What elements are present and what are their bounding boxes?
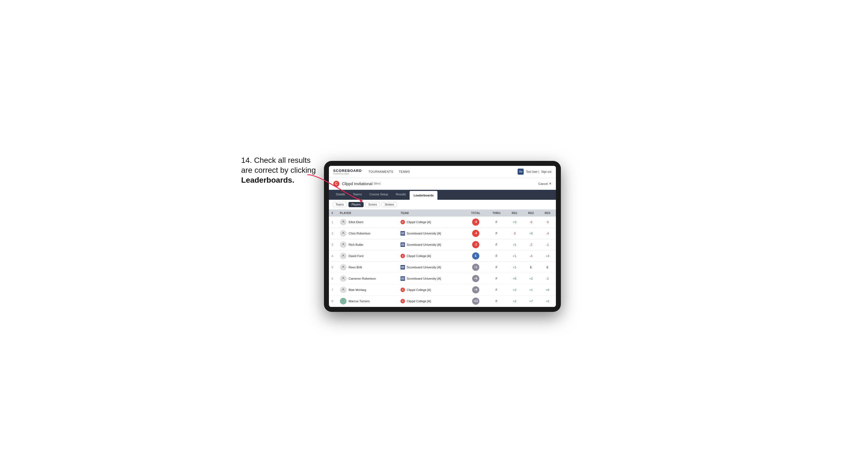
logo-area: SCOREBOARD Powered by clippd	[333, 168, 362, 175]
cell-team: CClippd College [A]	[398, 284, 465, 295]
col-total: TOTAL	[465, 210, 487, 217]
table-row: 1Elliot EbertCClippd College [A]-8F+3-6-…	[329, 217, 556, 228]
table-row: 4David FordCClippd College [A]EF+1-4+3	[329, 250, 556, 261]
team-name: Scoreboard University [A]	[407, 232, 441, 235]
cell-team: CClippd College [A]	[398, 250, 465, 261]
cell-rd1: +1	[506, 261, 523, 273]
cancel-button[interactable]: Cancel ✕	[538, 182, 551, 185]
table-row: 8Marcus TurnersCClippd College [A]+11F+2…	[329, 295, 556, 307]
cell-rank: 8	[329, 295, 337, 307]
user-label: Test User |	[526, 170, 539, 173]
tab-results[interactable]: Results	[392, 190, 410, 200]
tabs-bar: Details Teams Course Setup Results Leade…	[329, 190, 556, 200]
col-rd2: RD2	[523, 210, 539, 217]
filter-strokes[interactable]: Strokes	[381, 202, 397, 207]
team-logo-clippd: C	[401, 288, 405, 292]
team-logo-clippd: C	[401, 299, 405, 303]
player-avatar	[340, 241, 346, 248]
cell-player: Marcus Turners	[337, 295, 398, 307]
cell-team: Scoreboard University [A]	[398, 273, 465, 284]
svg-rect-18	[401, 279, 404, 280]
nav-tournaments[interactable]: TOURNAMENTS	[368, 170, 393, 173]
cell-total: +6	[465, 273, 487, 284]
filter-teams[interactable]: Teams	[333, 202, 347, 207]
cell-total: -2	[465, 239, 487, 250]
instruction-line2: are correct by clicking	[241, 166, 316, 175]
cell-rd3: -1	[539, 273, 556, 284]
svg-rect-3	[401, 232, 404, 233]
cell-player: Elliot Ebert	[337, 217, 398, 228]
cell-thru: F	[487, 295, 506, 307]
player-avatar	[340, 286, 346, 293]
nav-teams[interactable]: TEAMS	[399, 170, 410, 173]
team-logo-scoreboard	[401, 243, 405, 247]
cell-rd3: -1	[539, 239, 556, 250]
cell-rd3: -5	[539, 217, 556, 228]
cell-player: Rich Butler	[337, 239, 398, 250]
team-name: Clippd College [A]	[407, 300, 431, 303]
tournament-header: C Clippd Invitational (Men) Cancel ✕	[329, 178, 556, 190]
cell-rd1: +2	[506, 295, 523, 307]
team-name: Scoreboard University [A]	[407, 266, 441, 269]
instruction-text: 14. Check all results are correct by cli…	[241, 155, 316, 185]
team-name: Clippd College [A]	[407, 288, 431, 291]
svg-rect-8	[401, 244, 404, 245]
cell-rd2: -4	[523, 250, 539, 261]
nav-links: TOURNAMENTS TEAMS	[368, 170, 410, 173]
cell-thru: F	[487, 284, 506, 295]
filter-players[interactable]: Players	[348, 202, 364, 207]
cell-player: Chris Robertson	[337, 227, 398, 239]
cell-rd3: +3	[539, 250, 556, 261]
cell-player: Rees Britt	[337, 261, 398, 273]
table-row: 5Rees BrittScoreboard University [A]+1F+…	[329, 261, 556, 273]
cancel-icon: ✕	[549, 182, 552, 185]
cell-thru: F	[487, 273, 506, 284]
tablet-device: SCOREBOARD Powered by clippd TOURNAMENTS…	[324, 161, 561, 312]
svg-rect-4	[401, 233, 404, 234]
tablet-screen: SCOREBOARD Powered by clippd TOURNAMENTS…	[329, 166, 556, 307]
team-logo-scoreboard	[401, 265, 405, 270]
team-logo-scoreboard	[401, 231, 405, 236]
tab-leaderboards[interactable]: Leaderboards	[410, 191, 437, 200]
cancel-label: Cancel	[538, 182, 548, 185]
cell-rd1: +1	[506, 250, 523, 261]
filter-scores[interactable]: Scores	[365, 202, 380, 207]
tab-course-setup[interactable]: Course Setup	[366, 190, 392, 200]
cell-rd2: -6	[523, 217, 539, 228]
cell-rd1: +3	[506, 217, 523, 228]
signout-link[interactable]: Sign out	[541, 170, 552, 173]
filter-bar: Teams Players Scores Strokes	[329, 200, 556, 210]
logo-text: SCOREBOARD	[333, 168, 362, 173]
player-name: Marcus Turners	[349, 300, 370, 303]
cell-team: CClippd College [A]	[398, 295, 465, 307]
total-badge: +9	[472, 286, 479, 293]
cell-thru: F	[487, 250, 506, 261]
tab-details[interactable]: Details	[332, 190, 349, 200]
cell-thru: F	[487, 261, 506, 273]
cell-rank: 1	[329, 217, 337, 228]
total-badge: +1	[472, 264, 479, 271]
nav-right: TU Test User | Sign out	[518, 168, 551, 175]
total-badge: +11	[472, 298, 479, 305]
cell-total: -4	[465, 227, 487, 239]
player-avatar	[340, 298, 346, 305]
logo-sub: Powered by clippd	[333, 173, 362, 175]
player-avatar	[340, 253, 346, 259]
cell-team: Scoreboard University [A]	[398, 261, 465, 273]
svg-rect-16	[401, 277, 404, 278]
total-badge: +6	[472, 275, 479, 282]
cell-team: Scoreboard University [A]	[398, 239, 465, 250]
navbar: SCOREBOARD Powered by clippd TOURNAMENTS…	[329, 166, 556, 178]
player-name: Chris Robertson	[349, 232, 371, 235]
cell-rank: 7	[329, 284, 337, 295]
team-logo-clippd: C	[401, 254, 405, 258]
svg-rect-5	[401, 234, 404, 235]
team-name: Clippd College [A]	[407, 254, 431, 258]
player-name: Rees Britt	[349, 266, 362, 269]
team-logo-clippd: C	[401, 220, 405, 224]
cell-rd1: +2	[506, 284, 523, 295]
tournament-name: Clippd Invitational	[342, 182, 373, 186]
cell-rd3: +2	[539, 295, 556, 307]
total-badge: -4	[472, 230, 479, 237]
tab-teams[interactable]: Teams	[349, 190, 366, 200]
